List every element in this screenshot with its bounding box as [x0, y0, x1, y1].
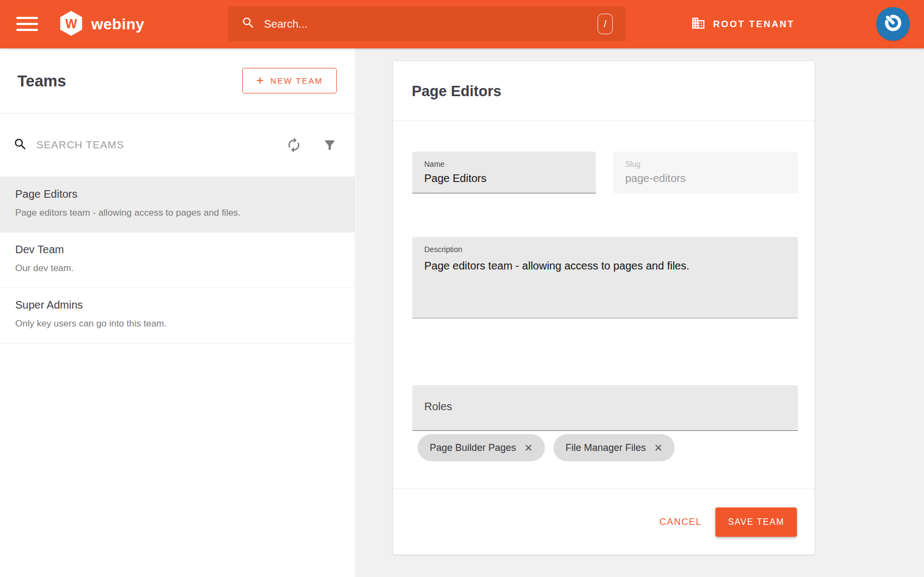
plus-icon: +	[256, 73, 264, 88]
webiny-hexagon-icon: W	[59, 10, 84, 39]
webiny-logo[interactable]: W webiny	[59, 10, 144, 39]
roles-field-label: Roles	[424, 400, 452, 413]
team-list-item-super-admins[interactable]: Super Admins Only key users can go into …	[0, 288, 355, 343]
top-bar: W webiny / ROOT TENANT	[0, 0, 924, 48]
teams-header: Teams + NEW TEAM	[0, 48, 355, 114]
team-description: Our dev team.	[15, 263, 340, 274]
name-field-label: Name	[424, 160, 444, 168]
chip-label: File Manager Files	[565, 442, 646, 454]
roles-field[interactable]: Roles	[412, 385, 798, 431]
global-search-bar[interactable]: /	[228, 7, 626, 41]
name-input[interactable]	[424, 172, 582, 185]
filter-icon[interactable]	[319, 134, 341, 156]
team-name: Super Admins	[15, 299, 340, 311]
building-icon	[691, 16, 706, 33]
logo-wordmark: webiny	[91, 16, 144, 33]
role-chip-file-manager-files[interactable]: File Manager Files ✕	[554, 434, 675, 461]
slug-field: Slug	[613, 152, 798, 193]
team-name: Dev Team	[15, 243, 340, 256]
footer-divider	[393, 488, 814, 489]
refresh-icon[interactable]	[283, 134, 305, 156]
tenant-label: ROOT TENANT	[713, 19, 795, 30]
app-window: W webiny / ROOT TENANT	[0, 0, 924, 577]
team-name: Page Editors	[15, 188, 340, 200]
slug-field-label: Slug	[625, 160, 640, 168]
detail-title: Page Editors	[412, 61, 501, 121]
description-field[interactable]: Description Page editors team - allowing…	[412, 237, 798, 318]
svg-text:W: W	[65, 17, 77, 31]
close-icon[interactable]: ✕	[654, 442, 663, 454]
chip-label: Page Builder Pages	[430, 442, 516, 454]
teams-list-panel: Teams + NEW TEAM	[0, 48, 355, 577]
team-detail-card: Page Editors Name Slug Description Page …	[393, 61, 815, 555]
close-icon[interactable]: ✕	[524, 442, 533, 454]
team-detail-region: Page Editors Name Slug Description Page …	[356, 48, 924, 577]
search-icon	[241, 16, 255, 32]
menu-icon[interactable]	[16, 15, 38, 33]
slug-input	[625, 172, 783, 185]
search-icon	[13, 137, 28, 154]
cancel-button[interactable]: CANCEL	[659, 507, 702, 537]
name-field[interactable]: Name	[412, 152, 596, 193]
search-shortcut-badge: /	[598, 14, 613, 34]
team-description: Page editors team - allowing access to p…	[15, 208, 340, 218]
global-search-input[interactable]	[264, 18, 598, 30]
teams-search-input[interactable]	[36, 139, 283, 151]
page-title: Teams	[17, 48, 66, 114]
role-chips-row: Page Builder Pages ✕ File Manager Files …	[418, 434, 675, 461]
user-avatar[interactable]	[876, 7, 910, 41]
new-team-button[interactable]: + NEW TEAM	[242, 68, 337, 93]
teams-search-row	[0, 114, 355, 177]
team-list-item-page-editors[interactable]: Page Editors Page editors team - allowin…	[0, 177, 355, 233]
description-textarea[interactable]: Page editors team - allowing access to p…	[424, 260, 783, 311]
new-team-button-label: NEW TEAM	[271, 76, 323, 85]
gravatar-power-icon	[882, 12, 904, 36]
detail-title-row: Page Editors	[393, 61, 814, 121]
role-chip-page-builder-pages[interactable]: Page Builder Pages ✕	[418, 434, 545, 461]
tenant-selector[interactable]: ROOT TENANT	[691, 0, 795, 48]
teams-list: Page Editors Page editors team - allowin…	[0, 177, 355, 343]
save-team-button[interactable]: SAVE TEAM	[715, 507, 797, 537]
team-description: Only key users can go into this team.	[15, 318, 340, 329]
description-field-label: Description	[424, 245, 462, 254]
team-list-item-dev-team[interactable]: Dev Team Our dev team.	[0, 233, 355, 288]
